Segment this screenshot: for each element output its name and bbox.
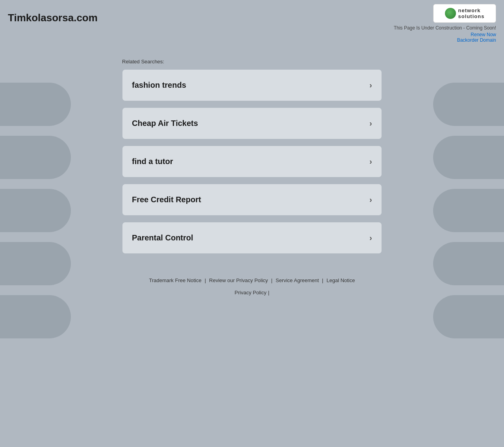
search-item-find-a-tutor[interactable]: find a tutor › (122, 146, 382, 177)
search-item-fashion-trends[interactable]: fashion trends › (122, 69, 382, 101)
under-construction-text: This Page Is Under Construction - Coming… (394, 25, 496, 31)
decorative-pill (0, 136, 71, 179)
footer-link-privacy-policy[interactable]: Review our Privacy Policy (209, 277, 268, 283)
ns-text: network solutions (458, 7, 485, 19)
search-item-label: Cheap Air Tickets (132, 119, 198, 128)
search-item-free-credit-report[interactable]: Free Credit Report › (122, 184, 382, 216)
footer-separator: | (205, 277, 206, 283)
backorder-domain-link[interactable]: Backorder Domain (457, 37, 496, 43)
ns-network-text: network (458, 7, 485, 13)
header: Timkolasorsa.com network solutions This … (0, 0, 504, 47)
footer-privacy-separator: | (268, 290, 269, 296)
search-item-label: Free Credit Report (132, 195, 201, 204)
header-right: network solutions This Page Is Under Con… (394, 4, 496, 43)
decorative-pill (433, 136, 504, 179)
footer-link-service-agreement[interactable]: Service Agreement (276, 277, 319, 283)
ns-solutions-text: solutions (458, 13, 485, 19)
chevron-right-icon: › (369, 81, 372, 90)
related-searches-label: Related Searches: (122, 59, 382, 65)
footer-separator: | (322, 277, 323, 283)
footer-privacy-link[interactable]: Privacy Policy (235, 290, 267, 296)
footer-separator: | (271, 277, 272, 283)
ns-globe-icon (445, 8, 456, 19)
chevron-right-icon: › (369, 157, 372, 166)
footer: Trademark Free Notice | Review our Priva… (0, 277, 504, 303)
decorative-pill (433, 189, 504, 232)
footer-privacy-line: Privacy Policy | (0, 290, 504, 296)
site-title[interactable]: Timkolasorsa.com (8, 12, 98, 24)
ns-logo-inner: network solutions (445, 7, 485, 19)
search-item-label: Parental Control (132, 233, 193, 242)
renew-now-link[interactable]: Renew Now (471, 32, 496, 37)
chevron-right-icon: › (369, 233, 372, 242)
search-item-label: fashion trends (132, 81, 186, 90)
decorative-pill (0, 83, 71, 126)
main-content: Related Searches: fashion trends › Cheap… (114, 59, 390, 254)
chevron-right-icon: › (369, 119, 372, 128)
chevron-right-icon: › (369, 195, 372, 204)
decorative-pill (433, 83, 504, 126)
footer-link-trademark[interactable]: Trademark Free Notice (149, 277, 201, 283)
decorative-pill (0, 189, 71, 232)
network-solutions-logo: network solutions (433, 4, 496, 23)
search-item-parental-control[interactable]: Parental Control › (122, 222, 382, 254)
footer-link-legal-notice[interactable]: Legal Notice (326, 277, 355, 283)
search-item-label: find a tutor (132, 157, 173, 166)
search-item-cheap-air-tickets[interactable]: Cheap Air Tickets › (122, 107, 382, 139)
footer-links: Trademark Free Notice | Review our Priva… (0, 277, 504, 283)
